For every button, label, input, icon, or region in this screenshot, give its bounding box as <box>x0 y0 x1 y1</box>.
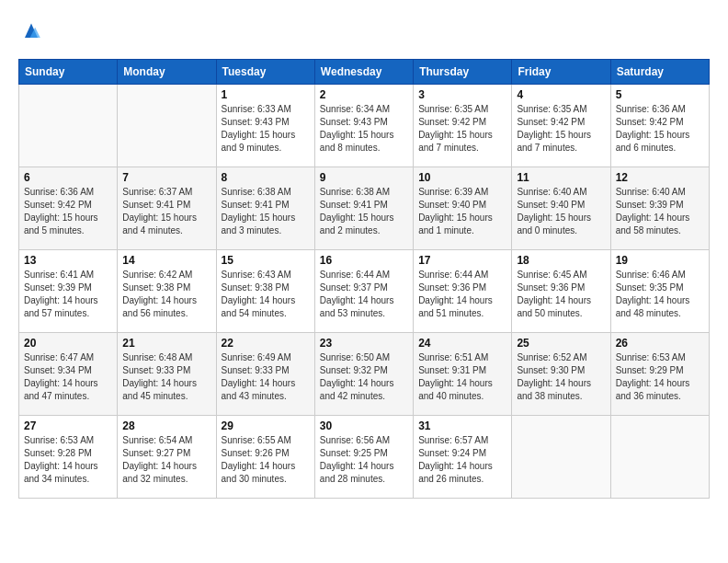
column-header-tuesday: Tuesday <box>216 60 314 85</box>
day-number: 20 <box>24 337 112 350</box>
day-info: Sunrise: 6:36 AM Sunset: 9:42 PM Dayligh… <box>616 103 704 155</box>
calendar-cell: 4Sunrise: 6:35 AM Sunset: 9:42 PM Daylig… <box>512 85 610 167</box>
calendar-cell: 3Sunrise: 6:35 AM Sunset: 9:42 PM Daylig… <box>414 85 512 167</box>
day-number: 17 <box>418 254 506 267</box>
calendar-cell: 25Sunrise: 6:52 AM Sunset: 9:30 PM Dayli… <box>512 333 610 416</box>
day-number: 12 <box>616 171 704 184</box>
calendar-table: SundayMondayTuesdayWednesdayThursdayFrid… <box>18 59 710 499</box>
day-number: 25 <box>517 337 605 350</box>
calendar-cell: 19Sunrise: 6:46 AM Sunset: 9:35 PM Dayli… <box>610 250 709 333</box>
calendar-cell: 16Sunrise: 6:44 AM Sunset: 9:37 PM Dayli… <box>314 250 413 333</box>
day-number: 21 <box>122 337 210 350</box>
day-number: 1 <box>222 88 310 101</box>
logo-icon <box>18 18 44 44</box>
day-info: Sunrise: 6:33 AM Sunset: 9:43 PM Dayligh… <box>222 103 310 155</box>
day-number: 18 <box>517 254 605 267</box>
day-info: Sunrise: 6:35 AM Sunset: 9:42 PM Dayligh… <box>418 103 506 155</box>
day-info: Sunrise: 6:53 AM Sunset: 9:28 PM Dayligh… <box>24 434 112 486</box>
day-info: Sunrise: 6:38 AM Sunset: 9:41 PM Dayligh… <box>222 186 310 237</box>
calendar-week-row: 1Sunrise: 6:33 AM Sunset: 9:43 PM Daylig… <box>19 85 710 167</box>
day-info: Sunrise: 6:57 AM Sunset: 9:24 PM Dayligh… <box>418 434 506 486</box>
calendar-cell: 29Sunrise: 6:55 AM Sunset: 9:26 PM Dayli… <box>216 416 314 499</box>
column-header-saturday: Saturday <box>610 60 709 85</box>
day-info: Sunrise: 6:49 AM Sunset: 9:33 PM Dayligh… <box>222 351 310 403</box>
day-number: 29 <box>222 419 310 432</box>
day-number: 6 <box>24 171 112 184</box>
calendar-cell: 24Sunrise: 6:51 AM Sunset: 9:31 PM Dayli… <box>414 333 512 416</box>
day-number: 11 <box>517 171 605 184</box>
calendar-cell: 12Sunrise: 6:40 AM Sunset: 9:39 PM Dayli… <box>610 167 709 250</box>
day-info: Sunrise: 6:56 AM Sunset: 9:25 PM Dayligh… <box>320 434 408 486</box>
day-number: 7 <box>122 171 210 184</box>
calendar-cell: 31Sunrise: 6:57 AM Sunset: 9:24 PM Dayli… <box>414 416 512 499</box>
day-info: Sunrise: 6:34 AM Sunset: 9:43 PM Dayligh… <box>320 103 408 155</box>
calendar-cell: 20Sunrise: 6:47 AM Sunset: 9:34 PM Dayli… <box>19 333 118 416</box>
day-info: Sunrise: 6:46 AM Sunset: 9:35 PM Dayligh… <box>616 269 704 320</box>
calendar-cell: 8Sunrise: 6:38 AM Sunset: 9:41 PM Daylig… <box>216 167 314 250</box>
day-number: 4 <box>517 88 605 101</box>
day-info: Sunrise: 6:36 AM Sunset: 9:42 PM Dayligh… <box>24 186 112 237</box>
day-number: 26 <box>616 337 704 350</box>
day-info: Sunrise: 6:48 AM Sunset: 9:33 PM Dayligh… <box>122 351 210 403</box>
calendar-cell: 7Sunrise: 6:37 AM Sunset: 9:41 PM Daylig… <box>118 167 216 250</box>
calendar-cell <box>118 85 216 167</box>
day-info: Sunrise: 6:40 AM Sunset: 9:39 PM Dayligh… <box>616 186 704 237</box>
day-info: Sunrise: 6:38 AM Sunset: 9:41 PM Dayligh… <box>320 186 408 237</box>
calendar-week-row: 20Sunrise: 6:47 AM Sunset: 9:34 PM Dayli… <box>19 333 710 416</box>
day-info: Sunrise: 6:45 AM Sunset: 9:36 PM Dayligh… <box>517 269 605 320</box>
day-info: Sunrise: 6:44 AM Sunset: 9:36 PM Dayligh… <box>418 269 506 320</box>
calendar-cell: 30Sunrise: 6:56 AM Sunset: 9:25 PM Dayli… <box>314 416 413 499</box>
calendar-cell: 22Sunrise: 6:49 AM Sunset: 9:33 PM Dayli… <box>216 333 314 416</box>
column-header-wednesday: Wednesday <box>314 60 413 85</box>
day-number: 31 <box>418 419 506 432</box>
day-info: Sunrise: 6:47 AM Sunset: 9:34 PM Dayligh… <box>24 351 112 403</box>
calendar-cell: 10Sunrise: 6:39 AM Sunset: 9:40 PM Dayli… <box>414 167 512 250</box>
day-number: 19 <box>616 254 704 267</box>
calendar-cell <box>19 85 118 167</box>
day-info: Sunrise: 6:50 AM Sunset: 9:32 PM Dayligh… <box>320 351 408 403</box>
column-header-thursday: Thursday <box>414 60 512 85</box>
day-info: Sunrise: 6:51 AM Sunset: 9:31 PM Dayligh… <box>418 351 506 403</box>
day-number: 15 <box>222 254 310 267</box>
calendar-cell: 11Sunrise: 6:40 AM Sunset: 9:40 PM Dayli… <box>512 167 610 250</box>
calendar-cell: 21Sunrise: 6:48 AM Sunset: 9:33 PM Dayli… <box>118 333 216 416</box>
day-number: 27 <box>24 419 112 432</box>
calendar-header-row: SundayMondayTuesdayWednesdayThursdayFrid… <box>19 60 710 85</box>
day-info: Sunrise: 6:39 AM Sunset: 9:40 PM Dayligh… <box>418 186 506 237</box>
day-info: Sunrise: 6:35 AM Sunset: 9:42 PM Dayligh… <box>517 103 605 155</box>
day-number: 24 <box>418 337 506 350</box>
day-info: Sunrise: 6:52 AM Sunset: 9:30 PM Dayligh… <box>517 351 605 403</box>
calendar-cell: 17Sunrise: 6:44 AM Sunset: 9:36 PM Dayli… <box>414 250 512 333</box>
calendar-cell: 26Sunrise: 6:53 AM Sunset: 9:29 PM Dayli… <box>610 333 709 416</box>
calendar-cell: 13Sunrise: 6:41 AM Sunset: 9:39 PM Dayli… <box>19 250 118 333</box>
day-number: 9 <box>320 171 408 184</box>
day-info: Sunrise: 6:41 AM Sunset: 9:39 PM Dayligh… <box>24 269 112 320</box>
column-header-monday: Monday <box>118 60 216 85</box>
column-header-sunday: Sunday <box>19 60 118 85</box>
day-info: Sunrise: 6:43 AM Sunset: 9:38 PM Dayligh… <box>222 269 310 320</box>
calendar-cell: 14Sunrise: 6:42 AM Sunset: 9:38 PM Dayli… <box>118 250 216 333</box>
calendar-cell: 18Sunrise: 6:45 AM Sunset: 9:36 PM Dayli… <box>512 250 610 333</box>
calendar-cell <box>610 416 709 499</box>
page-header <box>18 18 710 44</box>
day-info: Sunrise: 6:37 AM Sunset: 9:41 PM Dayligh… <box>122 186 210 237</box>
day-number: 5 <box>616 88 704 101</box>
calendar-cell: 15Sunrise: 6:43 AM Sunset: 9:38 PM Dayli… <box>216 250 314 333</box>
calendar-cell: 23Sunrise: 6:50 AM Sunset: 9:32 PM Dayli… <box>314 333 413 416</box>
day-number: 8 <box>222 171 310 184</box>
day-number: 14 <box>122 254 210 267</box>
calendar-cell: 5Sunrise: 6:36 AM Sunset: 9:42 PM Daylig… <box>610 85 709 167</box>
day-number: 23 <box>320 337 408 350</box>
day-number: 13 <box>24 254 112 267</box>
calendar-cell <box>512 416 610 499</box>
calendar-cell: 28Sunrise: 6:54 AM Sunset: 9:27 PM Dayli… <box>118 416 216 499</box>
day-info: Sunrise: 6:53 AM Sunset: 9:29 PM Dayligh… <box>616 351 704 403</box>
column-header-friday: Friday <box>512 60 610 85</box>
day-number: 30 <box>320 419 408 432</box>
day-info: Sunrise: 6:55 AM Sunset: 9:26 PM Dayligh… <box>222 434 310 486</box>
logo <box>18 18 48 44</box>
calendar-week-row: 27Sunrise: 6:53 AM Sunset: 9:28 PM Dayli… <box>19 416 710 499</box>
day-number: 28 <box>122 419 210 432</box>
day-info: Sunrise: 6:42 AM Sunset: 9:38 PM Dayligh… <box>122 269 210 320</box>
day-number: 2 <box>320 88 408 101</box>
